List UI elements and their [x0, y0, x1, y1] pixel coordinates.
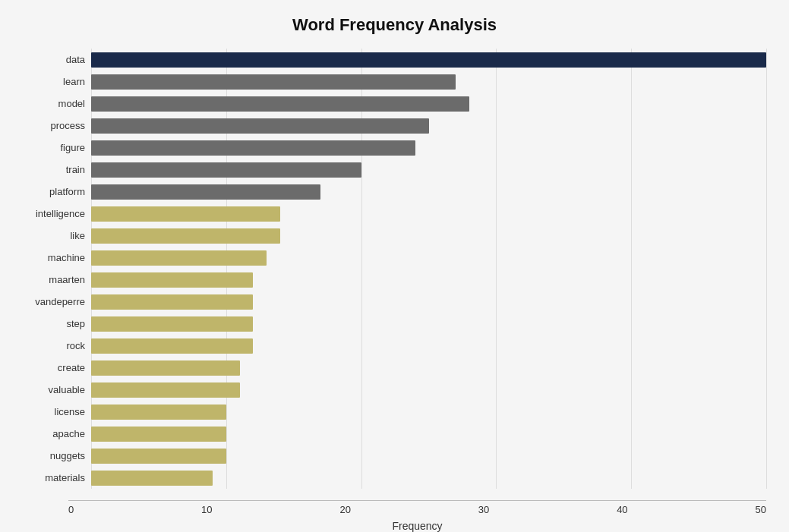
- bar-row: [91, 226, 766, 246]
- x-axis-title: Frequency: [68, 520, 766, 532]
- grid-line: [91, 49, 92, 489]
- bar: [91, 272, 253, 288]
- y-axis-label: rock: [66, 336, 85, 356]
- y-axis-label: process: [50, 116, 85, 136]
- x-tick-labels: 01020304050: [68, 501, 766, 515]
- bar-row: [91, 72, 766, 92]
- chart-container: Word Frequency Analysis datalearnmodelpr…: [0, 0, 789, 532]
- bar: [91, 427, 226, 442]
- x-axis-container: 01020304050 Frequency: [68, 500, 766, 532]
- bar: [91, 184, 320, 200]
- bar: [91, 382, 240, 398]
- y-axis-label: apache: [52, 424, 85, 444]
- y-axis-label: model: [58, 94, 85, 114]
- y-axis-label: maarten: [49, 270, 85, 290]
- y-axis-label: train: [66, 160, 85, 180]
- bar-row: [91, 336, 766, 356]
- bar-row: [91, 116, 766, 136]
- y-axis-label: nuggets: [50, 446, 85, 466]
- x-tick-label: 50: [755, 504, 765, 515]
- bar-row: [91, 380, 766, 400]
- bar-row: [91, 292, 766, 312]
- bar-row: [91, 358, 766, 378]
- y-axis-label: intelligence: [36, 204, 85, 224]
- bar: [91, 471, 213, 486]
- bar: [91, 206, 280, 222]
- bar: [91, 228, 280, 244]
- y-axis-label: figure: [60, 138, 85, 158]
- bar: [91, 74, 456, 90]
- y-axis-label: valuable: [49, 380, 85, 400]
- x-tick-label: 30: [478, 504, 489, 515]
- y-axis-label: platform: [49, 182, 85, 202]
- y-axis-label: materials: [45, 468, 85, 488]
- bar: [91, 316, 253, 332]
- grid-line: [226, 49, 227, 489]
- x-tick-label: 20: [339, 504, 350, 515]
- y-axis-label: machine: [48, 248, 85, 268]
- bar-row: [91, 94, 766, 114]
- y-axis-label: license: [55, 402, 85, 422]
- bar-row: [91, 424, 766, 444]
- grid-line: [766, 49, 767, 489]
- bar: [91, 449, 226, 464]
- bar: [91, 405, 226, 420]
- bar-row: [91, 248, 766, 268]
- bar: [91, 140, 415, 156]
- bar-row: [91, 314, 766, 334]
- chart-title: Word Frequency Analysis: [23, 15, 766, 35]
- bar-row: [91, 160, 766, 180]
- bar-row: [91, 50, 766, 70]
- bar: [91, 96, 469, 112]
- bar-row: [91, 402, 766, 422]
- y-axis-label: step: [66, 314, 85, 334]
- bar-row: [91, 182, 766, 202]
- bar-row: [91, 446, 766, 466]
- x-tick-label: 10: [201, 504, 212, 515]
- grid-line: [361, 49, 362, 489]
- y-axis-label: learn: [63, 72, 85, 92]
- bar: [91, 52, 766, 68]
- grid-line: [631, 49, 632, 489]
- y-axis-label: like: [70, 226, 85, 246]
- bars-area: [91, 49, 766, 489]
- bar-row: [91, 468, 766, 488]
- bar: [91, 118, 429, 134]
- bar-row: [91, 138, 766, 158]
- grid-lines: [91, 49, 766, 489]
- y-axis: datalearnmodelprocessfiguretrainplatform…: [23, 49, 91, 489]
- y-axis-label: data: [66, 50, 85, 70]
- y-axis-label: create: [58, 358, 85, 378]
- chart-area: datalearnmodelprocessfiguretrainplatform…: [23, 49, 766, 489]
- grid-line: [496, 49, 497, 489]
- bar: [91, 294, 253, 310]
- y-axis-label: vandeperre: [35, 292, 85, 312]
- bar-row: [91, 270, 766, 290]
- bar-row: [91, 204, 766, 224]
- x-tick-label: 0: [68, 504, 74, 515]
- x-tick-label: 40: [617, 504, 627, 515]
- bar: [91, 360, 240, 376]
- bar: [91, 162, 361, 178]
- bar: [91, 250, 267, 266]
- bar: [91, 338, 253, 354]
